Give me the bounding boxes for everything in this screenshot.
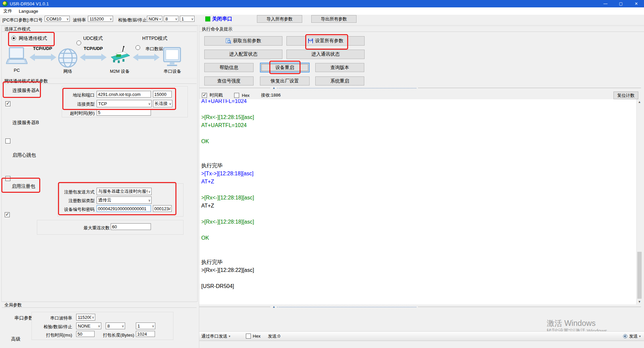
log-line bbox=[199, 105, 636, 113]
serial-baud-select[interactable]: 115200∨ bbox=[76, 314, 95, 321]
reconnect-input[interactable] bbox=[111, 223, 151, 230]
close-button[interactable]: ✕ bbox=[629, 0, 644, 7]
system-restart-button[interactable]: 系统重启 bbox=[315, 76, 364, 85]
radio-httpd-mode[interactable] bbox=[136, 45, 140, 50]
send-via-serial-dropdown[interactable]: 通过串口发送 ▾ bbox=[201, 333, 230, 339]
baud-label: 波特率 bbox=[73, 17, 86, 23]
m2m-device-icon bbox=[109, 46, 130, 68]
log-header: 时间戳 Hex 接收:1886 bbox=[202, 92, 281, 98]
heartbeat-checkbox[interactable] bbox=[5, 176, 10, 181]
factory-reset-button[interactable]: 恢复出厂设置 bbox=[260, 76, 310, 85]
get-params-button[interactable]: 获取当前参数 bbox=[204, 36, 282, 46]
register-checkbox[interactable] bbox=[5, 212, 10, 217]
radio-transparent-mode[interactable] bbox=[11, 36, 16, 41]
maximize-button[interactable]: ▢ bbox=[613, 0, 629, 7]
chevron-down-icon: ▾ bbox=[229, 335, 230, 338]
serial-parity-select[interactable]: NONE∨ bbox=[76, 323, 101, 329]
minimize-button[interactable]: — bbox=[598, 0, 613, 7]
chevron-down-icon: ∨ bbox=[148, 190, 151, 193]
com-port-select[interactable]: COM10∨ bbox=[45, 16, 70, 22]
import-params-button[interactable]: 导入所有参数 bbox=[257, 15, 302, 23]
log-line: 执行完毕 bbox=[199, 162, 636, 170]
log-line: >[Tx->][12:28:18][asc] bbox=[199, 170, 636, 178]
radio-httpd-mode-label: HTTPD模式 bbox=[142, 36, 167, 42]
server-b-checkbox[interactable] bbox=[5, 138, 10, 143]
signal-strength-button[interactable]: 查信号强度 bbox=[204, 76, 254, 85]
log-line bbox=[199, 154, 636, 162]
pack-time-input[interactable] bbox=[76, 331, 95, 337]
register-send-mode-label: 注册包发送方式 bbox=[60, 189, 95, 195]
log-line bbox=[199, 242, 636, 250]
log-area[interactable]: AT+UARTFL=1024 >[Rx<-][12:28:15][asc]AT+… bbox=[199, 99, 636, 304]
log-lines: AT+UARTFL=1024 >[Rx<-][12:28:15][asc]AT+… bbox=[199, 99, 636, 290]
conn-type-select[interactable]: TCP∨ bbox=[97, 100, 152, 107]
diagram-m2m-label: M2M 设备 bbox=[108, 68, 131, 74]
diagram-serial-label: 串口设备 bbox=[162, 68, 183, 74]
enter-config-button[interactable]: 进入配置状态 bbox=[204, 50, 282, 59]
serial-stopbits-select[interactable]: 1∨ bbox=[136, 323, 155, 329]
command-section-header: 执行命令及提示 bbox=[199, 26, 644, 32]
menu-language[interactable]: Language bbox=[15, 7, 42, 15]
server-a-checkbox[interactable] bbox=[5, 101, 10, 106]
splitter-arrow-icon: ▲ bbox=[272, 305, 275, 308]
stopbits-select[interactable]: 1∨ bbox=[180, 16, 195, 22]
pack-len-label: 打包长度(Bytes) bbox=[101, 332, 134, 338]
pack-len-input[interactable] bbox=[136, 331, 155, 337]
baud-select[interactable]: 115200∨ bbox=[88, 16, 113, 22]
diagram-arrow3-label: 串口数据 bbox=[144, 46, 164, 52]
conn-mode-select[interactable]: 长连接∨ bbox=[153, 100, 172, 107]
query-version-button[interactable]: 查询版本 bbox=[315, 63, 364, 72]
register-send-mode-select[interactable]: 与服务器建立连接时向服务器∨ bbox=[97, 188, 152, 195]
chevron-down-icon: ∨ bbox=[110, 17, 112, 21]
timeout-input[interactable] bbox=[97, 109, 151, 116]
timeout-label: 超时时间(秒) bbox=[63, 110, 95, 116]
close-port-button[interactable]: 关闭串口 bbox=[212, 16, 232, 22]
doc-search-icon bbox=[226, 38, 231, 44]
chevron-down-icon: ∨ bbox=[175, 17, 177, 21]
recv-count: 接收:1886 bbox=[261, 92, 281, 98]
heartbeat-label: 启用心跳包 bbox=[12, 152, 36, 158]
set-params-button[interactable]: 设置所有参数 bbox=[286, 36, 365, 46]
scrollbar-thumb[interactable] bbox=[637, 252, 642, 299]
enter-comm-button[interactable]: 进入通讯状态 bbox=[286, 50, 365, 59]
device-id-input[interactable] bbox=[97, 205, 151, 212]
databits-select[interactable]: 8∨ bbox=[164, 16, 178, 22]
register-data-type-select[interactable]: 透传云∨ bbox=[97, 196, 152, 204]
timestamp-label: 时间戳 bbox=[210, 92, 223, 98]
log-line: >[Rx<-][12:28:15][asc] bbox=[199, 113, 636, 121]
chevron-down-icon: ∨ bbox=[159, 17, 161, 21]
send-hex-checkbox[interactable] bbox=[246, 334, 251, 339]
log-line: AT+UARTFL=1024 bbox=[199, 99, 636, 105]
pack-time-label: 打包时间(ms) bbox=[43, 332, 72, 338]
server-b-label: 连接服务器B bbox=[12, 120, 39, 126]
log-splitter-bottom[interactable]: ▲ bbox=[199, 305, 642, 309]
log-vertical-scrollbar[interactable]: ▲ ▼ bbox=[636, 99, 642, 304]
scroll-up-icon[interactable]: ▲ bbox=[638, 100, 641, 104]
title-bar: USR-DR504 V1.0.1 — ▢ ✕ bbox=[0, 0, 644, 7]
timestamp-checkbox[interactable] bbox=[202, 93, 207, 98]
reconnect-groupbox bbox=[37, 220, 183, 235]
chevron-down-icon: ∨ bbox=[191, 17, 194, 21]
server-address-input[interactable] bbox=[97, 91, 151, 98]
window-title: USR-DR504 V1.0.1 bbox=[10, 1, 49, 6]
recv-hex-checkbox[interactable] bbox=[234, 93, 239, 98]
log-splitter-top[interactable]: ▲ bbox=[199, 86, 642, 90]
work-mode-section-header: 选择工作模式 bbox=[2, 26, 197, 32]
menu-file[interactable]: 文件 bbox=[0, 7, 15, 15]
radio-udc-mode[interactable] bbox=[76, 41, 81, 45]
scroll-down-icon[interactable]: ▼ bbox=[638, 300, 641, 303]
send-button[interactable]: 发送 ▾ bbox=[623, 333, 641, 339]
serial-databits-select[interactable]: 8∨ bbox=[106, 323, 125, 329]
device-password-input[interactable] bbox=[153, 205, 172, 212]
radio-transparent-mode-label: 网络透传模式 bbox=[19, 36, 47, 42]
log-line: >[Rx<-][12:28:18][asc] bbox=[199, 218, 636, 226]
device-restart-button[interactable]: 设备重启 bbox=[260, 63, 310, 72]
log-line: >[Rx<-][12:28:18][asc] bbox=[199, 194, 636, 202]
reset-counter-button[interactable]: 复位计数 bbox=[613, 92, 638, 99]
server-port-input[interactable] bbox=[153, 91, 172, 98]
diagram-arrow1-label: TCP/UDP bbox=[31, 46, 54, 51]
help-info-button[interactable]: 帮助信息 bbox=[204, 63, 254, 72]
parity-select[interactable]: NONI∨ bbox=[147, 16, 162, 22]
diagram-network-label: 网络 bbox=[59, 68, 76, 74]
export-params-button[interactable]: 导出所有参数 bbox=[311, 15, 357, 23]
